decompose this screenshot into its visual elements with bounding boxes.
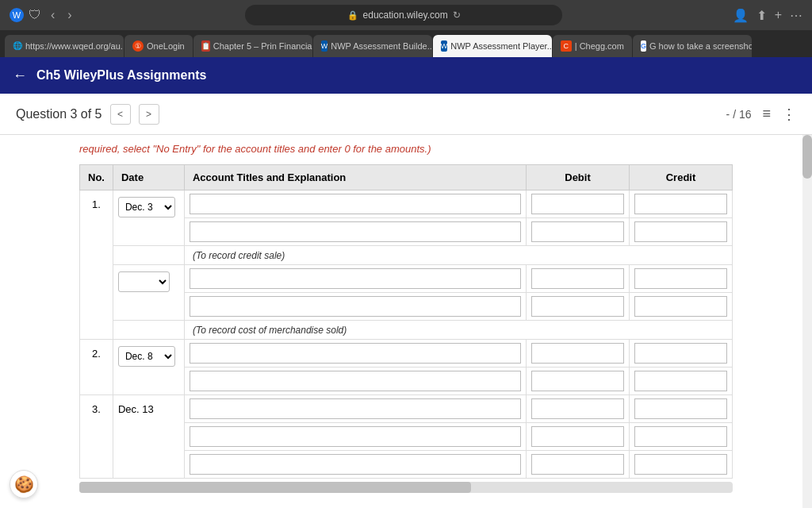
forward-button[interactable]: › <box>64 6 75 24</box>
col-header-no: No. <box>80 165 113 190</box>
debit-input-1b[interactable] <box>531 221 624 242</box>
window-controls: W 🛡 <box>10 8 41 22</box>
credit-input-1a[interactable] <box>634 194 727 214</box>
next-question-button[interactable]: > <box>139 104 159 125</box>
credit-input-3a[interactable] <box>634 398 727 419</box>
url-text: education.wiley.com <box>363 10 448 21</box>
tab-chegg[interactable]: C | Chegg.com <box>553 35 632 57</box>
new-tab-icon[interactable]: + <box>775 8 782 22</box>
tab-wqed[interactable]: 🌐 https://www.wqed.org/au... <box>5 35 124 57</box>
row-number-3: 3. <box>80 395 113 479</box>
account-input-1c[interactable] <box>190 268 521 289</box>
credit-input-1b[interactable] <box>634 221 727 242</box>
back-button[interactable]: ‹ <box>48 6 58 24</box>
debit-input-cell-1a <box>527 190 630 218</box>
app-header: ← Ch5 WileyPlus Assignments <box>0 57 812 94</box>
row-date-3: Dec. 13 <box>113 395 184 479</box>
tab-google[interactable]: G G how to take a screensho... <box>633 35 752 57</box>
tab-label: NWP Assessment Builde... <box>331 41 432 51</box>
tab-label: OneLogin <box>147 41 185 51</box>
debit-input-3a[interactable] <box>531 398 624 419</box>
note-cell-1: (To record credit sale) <box>184 246 732 265</box>
credit-input-cell-3b <box>630 423 733 451</box>
tab-chapter5[interactable]: 📋 Chapter 5 – Prin Financia... <box>193 35 312 57</box>
cookie-consent-button[interactable]: 🍪 <box>10 470 38 498</box>
date-empty-1 <box>113 246 184 265</box>
question-nav-left: Question 3 of 5 < > <box>16 104 159 125</box>
more-icon[interactable]: ⋯ <box>790 8 802 23</box>
debit-input-cell-3a <box>527 395 630 423</box>
debit-input-1d[interactable] <box>531 296 624 317</box>
col-header-account: Account Titles and Explanation <box>184 165 526 190</box>
tab-label: G how to take a screensho... <box>649 41 752 51</box>
debit-input-cell-3c <box>527 451 630 479</box>
credit-input-2b[interactable] <box>634 371 727 391</box>
tab-favicon: 📋 <box>201 40 210 52</box>
tab-bar: 🌐 https://www.wqed.org/au... ① OneLogin … <box>0 30 812 57</box>
account-input-3b[interactable] <box>190 426 521 447</box>
row-date-2: Dec. 8 Dec. 3 Dec. 13 <box>113 340 184 395</box>
share-icon[interactable]: ⬆ <box>756 8 767 23</box>
prev-question-button[interactable]: < <box>110 104 131 125</box>
note-cell-1b: (To record cost of merchandise sold) <box>184 321 732 340</box>
col-header-date: Date <box>113 165 184 190</box>
lock-icon: 🔒 <box>347 10 358 21</box>
back-to-assignments-button[interactable]: ← <box>13 67 27 84</box>
debit-input-cell-1d <box>527 293 630 321</box>
shield-icon: 🛡 <box>29 8 41 22</box>
credit-input-1d[interactable] <box>634 296 727 317</box>
tab-onelogin[interactable]: ① OneLogin <box>124 35 193 57</box>
row-date-1: Dec. 3 Dec. 8 Dec. 13 <box>113 190 184 246</box>
credit-input-2a[interactable] <box>634 343 727 364</box>
vertical-scrollbar-track <box>802 135 812 508</box>
account-input-2a[interactable] <box>190 343 521 364</box>
row-number-1: 1. <box>80 190 113 340</box>
debit-input-3b[interactable] <box>531 426 624 447</box>
tab-nwp-builder[interactable]: W NWP Assessment Builde... <box>313 35 432 57</box>
account-icon[interactable]: 👤 <box>733 8 749 23</box>
credit-input-cell-2a <box>630 340 733 368</box>
debit-input-2a[interactable] <box>531 343 624 364</box>
score-display: - / 16 <box>726 108 752 121</box>
account-input-1b[interactable] <box>190 221 521 242</box>
debit-input-3c[interactable] <box>531 454 624 475</box>
more-options-button[interactable]: ⋮ <box>782 106 796 123</box>
cookie-icon: 🍪 <box>14 475 34 494</box>
date-select-1b[interactable]: Dec. 3 Dec. 8 <box>118 271 170 292</box>
tab-nwp-player[interactable]: W NWP Assessment Player... <box>433 35 552 57</box>
tab-label: Chapter 5 – Prin Financia... <box>213 41 312 51</box>
horizontal-scrollbar-thumb[interactable] <box>79 482 471 493</box>
date-empty-1b <box>113 321 184 340</box>
account-input-cell-2b <box>184 368 526 395</box>
table-row: Dec. 3 Dec. 8 <box>80 265 733 293</box>
credit-input-cell-3c <box>630 451 733 479</box>
account-input-1a[interactable] <box>190 194 521 214</box>
account-input-cell-1c <box>184 265 526 293</box>
date-select-1[interactable]: Dec. 3 Dec. 8 Dec. 13 <box>118 197 175 217</box>
debit-input-1c[interactable] <box>531 268 624 289</box>
vertical-scrollbar-thumb[interactable] <box>802 135 812 179</box>
debit-input-cell-1c <box>527 265 630 293</box>
table-row: (To record cost of merchandise sold) <box>80 321 733 340</box>
reload-icon: ↻ <box>453 10 461 21</box>
account-input-3a[interactable] <box>190 398 521 419</box>
list-view-button[interactable]: ≡ <box>762 106 771 122</box>
debit-input-2b[interactable] <box>531 371 624 391</box>
credit-input-3b[interactable] <box>634 426 727 447</box>
debit-input-cell-3b <box>527 423 630 451</box>
address-bar[interactable]: 🔒 education.wiley.com ↻ <box>245 5 562 25</box>
debit-input-1a[interactable] <box>531 194 624 214</box>
note-text-1: (To record credit sale) <box>190 247 285 264</box>
debit-input-cell-2b <box>527 368 630 395</box>
credit-input-1c[interactable] <box>634 268 727 289</box>
account-input-1d[interactable] <box>190 296 521 317</box>
account-input-3c[interactable] <box>190 454 521 475</box>
credit-input-cell-1b <box>630 218 733 246</box>
account-input-2b[interactable] <box>190 371 521 391</box>
tab-favicon: W <box>441 40 448 52</box>
credit-input-3c[interactable] <box>634 454 727 475</box>
col-header-credit: Credit <box>630 165 733 190</box>
question-nav-right: - / 16 ≡ ⋮ <box>726 106 796 123</box>
account-input-cell-1b <box>184 218 526 246</box>
date-select-2[interactable]: Dec. 8 Dec. 3 Dec. 13 <box>118 346 175 367</box>
